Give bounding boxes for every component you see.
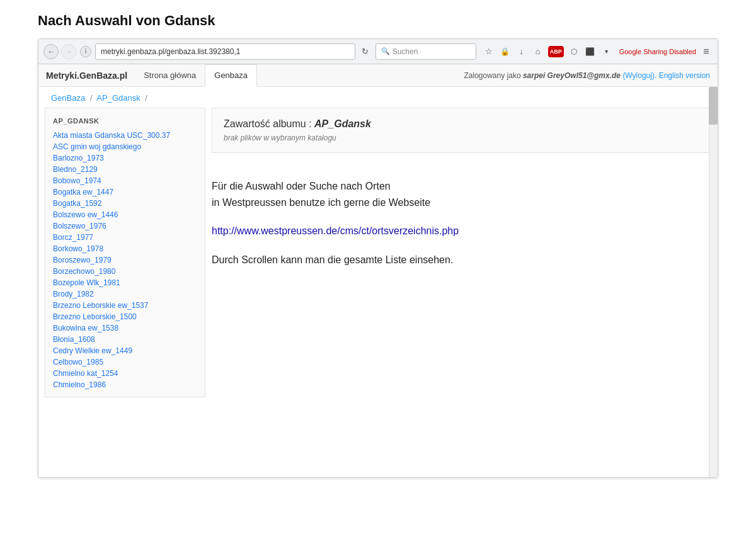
sidebar-link[interactable]: Celbowo_1985 bbox=[45, 356, 205, 368]
paragraph-2-text: Durch Scrollen kann man die gesamte List… bbox=[212, 254, 453, 265]
nav-item-genbaza-label: Genbaza bbox=[214, 71, 248, 80]
breadcrumb: GenBaza / AP_Gdansk / bbox=[38, 87, 718, 108]
address-text: metryki.genbaza.pl/genbaza.list.392380,1 bbox=[101, 47, 240, 56]
back-button[interactable]: ← bbox=[43, 44, 59, 59]
sidebar-link[interactable]: Brody_1982 bbox=[45, 288, 205, 300]
content-layout: AP_GDANSK Akta miasta Gdanska USC_300.37… bbox=[38, 108, 718, 404]
paragraph-1-line1: Für die Auswahl oder Suche nach Orten bbox=[212, 178, 711, 195]
pocket-icon[interactable]: ⬡ bbox=[568, 45, 580, 58]
album-subtitle: brak plików w wybranym katalogu bbox=[224, 134, 699, 142]
extensions-dropdown[interactable]: ▼ bbox=[600, 45, 613, 58]
sidebar-link[interactable]: Bogatka ew_1447 bbox=[45, 186, 205, 198]
page-title: Nach Auswahl von Gdansk bbox=[38, 13, 718, 29]
sidebar-section-title: AP_GDANSK bbox=[45, 115, 205, 130]
nav-item-home-label: Strona główna bbox=[144, 71, 196, 80]
album-box: Zawartość albumu : AP_Gdansk brak plików… bbox=[212, 108, 711, 153]
breadcrumb-ap-gdansk[interactable]: AP_Gdansk bbox=[96, 93, 140, 103]
sidebar-link[interactable]: Bolszewo_1976 bbox=[45, 220, 205, 232]
star-icon[interactable]: ☆ bbox=[483, 45, 495, 58]
paragraph-2: Durch Scrollen kann man die gesamte List… bbox=[212, 252, 711, 268]
sidebar-links-container: Akta miasta Gdanska USC_300.37ASC gmin w… bbox=[45, 130, 205, 390]
sidebar-link[interactable]: Cedry Wielkie ew_1449 bbox=[45, 345, 205, 356]
sidebar-link[interactable]: Bukowina ew_1538 bbox=[45, 322, 205, 334]
breadcrumb-genbaza[interactable]: GenBaza bbox=[51, 93, 85, 103]
paragraph-1-line2: in Westpreussen benutze ich gerne die We… bbox=[212, 195, 711, 211]
forward-button: → bbox=[61, 44, 76, 59]
sidebar-link[interactable]: Borkowo_1978 bbox=[45, 243, 205, 254]
reload-button[interactable]: ↻ bbox=[359, 45, 372, 58]
scrollbar-track[interactable] bbox=[709, 87, 718, 477]
browser-nav-buttons: ← → bbox=[43, 44, 76, 59]
link-paragraph: http://www.westpreussen.de/cms/ct/ortsve… bbox=[212, 223, 711, 239]
sidebar-link[interactable]: Błonia_1608 bbox=[45, 334, 205, 345]
album-title: Zawartość albumu : AP_Gdansk bbox=[224, 118, 699, 130]
sidebar-link[interactable]: Borzechowo_1980 bbox=[45, 266, 205, 277]
sidebar-link[interactable]: Borcz_1977 bbox=[45, 232, 205, 243]
sidebar-link[interactable]: Boroszewo_1979 bbox=[45, 254, 205, 266]
address-bar[interactable]: metryki.genbaza.pl/genbaza.list.392380,1 bbox=[95, 43, 355, 60]
sidebar-link[interactable]: ASC gmin woj gdanskiego bbox=[45, 141, 205, 152]
sidebar-link[interactable]: Akta miasta Gdanska USC_300.37 bbox=[45, 130, 205, 141]
paragraph-1: Für die Auswahl oder Suche nach Orten in… bbox=[212, 178, 711, 210]
sidebar-link[interactable]: Bozepole Wlk_1981 bbox=[45, 277, 205, 288]
info-icon[interactable]: i bbox=[80, 46, 91, 57]
sidebar-link[interactable]: Bobowo_1974 bbox=[45, 175, 205, 186]
site-navbar: Metryki.GenBaza.pl Strona główna Genbaza… bbox=[38, 64, 718, 87]
westpreussen-link[interactable]: http://www.westpreussen.de/cms/ct/ortsve… bbox=[212, 225, 459, 236]
album-name: AP_Gdansk bbox=[314, 118, 371, 129]
home-icon[interactable]: ⌂ bbox=[532, 45, 544, 58]
sidebar-link[interactable]: Brzezno Leborskie_1500 bbox=[45, 311, 205, 322]
google-sharing-label: Google Sharing Disabled bbox=[619, 48, 696, 55]
site-logo[interactable]: Metryki.GenBaza.pl bbox=[46, 64, 135, 86]
extensions-icon[interactable]: ⬛ bbox=[584, 45, 597, 58]
search-icon: 🔍 bbox=[381, 47, 390, 55]
lock-icon[interactable]: 🔒 bbox=[499, 45, 512, 58]
browser-window: ← → i metryki.genbaza.pl/genbaza.list.39… bbox=[38, 38, 718, 478]
search-placeholder: Suchen bbox=[392, 47, 418, 56]
sidebar-link[interactable]: Bolszewo ew_1446 bbox=[45, 209, 205, 220]
search-bar[interactable]: 🔍 Suchen bbox=[375, 43, 476, 60]
scrollbar-thumb[interactable] bbox=[709, 87, 718, 125]
page-title-area: Nach Auswahl von Gdansk bbox=[0, 0, 756, 38]
browser-content-inner: GenBaza / AP_Gdansk / AP_GDANSK Akta mia… bbox=[38, 87, 718, 404]
sidebar-link[interactable]: Chmielno kat_1254 bbox=[45, 368, 205, 379]
abp-icon[interactable]: ABP bbox=[548, 46, 564, 57]
sidebar-link[interactable]: Barlozno_1973 bbox=[45, 152, 205, 164]
nav-item-home[interactable]: Strona główna bbox=[135, 64, 205, 86]
nav-right: Zalogowany jako sarpei GreyOwl51@gmx.de … bbox=[464, 64, 710, 86]
logout-link[interactable]: (Wyloguj). bbox=[622, 71, 656, 80]
toolbar-icons: ☆ 🔒 ↓ ⌂ ABP ⬡ ⬛ ▼ bbox=[483, 45, 613, 58]
sidebar-link[interactable]: Bogatka_1592 bbox=[45, 198, 205, 209]
download-icon[interactable]: ↓ bbox=[515, 45, 528, 58]
nav-item-genbaza[interactable]: Genbaza bbox=[205, 64, 257, 87]
lang-link[interactable]: English version bbox=[659, 71, 710, 80]
menu-button[interactable]: ≡ bbox=[700, 45, 713, 58]
sidebar-link[interactable]: Brzezno Leborskie ew_1537 bbox=[45, 300, 205, 311]
left-sidebar: AP_GDANSK Akta miasta Gdanska USC_300.37… bbox=[45, 108, 205, 397]
sidebar-link[interactable]: Chmielno_1986 bbox=[45, 379, 205, 390]
main-text-block: Für die Auswahl oder Suche nach Orten in… bbox=[212, 166, 711, 268]
user-name: sarpei GreyOwl51@gmx.de bbox=[521, 71, 623, 80]
browser-content: GenBaza / AP_Gdansk / AP_GDANSK Akta mia… bbox=[38, 87, 718, 477]
main-content: Zawartość albumu : AP_Gdansk brak plików… bbox=[212, 108, 711, 397]
user-info-text: Zalogowany jako bbox=[464, 71, 521, 80]
browser-toolbar: ← → i metryki.genbaza.pl/genbaza.list.39… bbox=[38, 39, 718, 64]
sidebar-link[interactable]: Bledno_2129 bbox=[45, 164, 205, 175]
